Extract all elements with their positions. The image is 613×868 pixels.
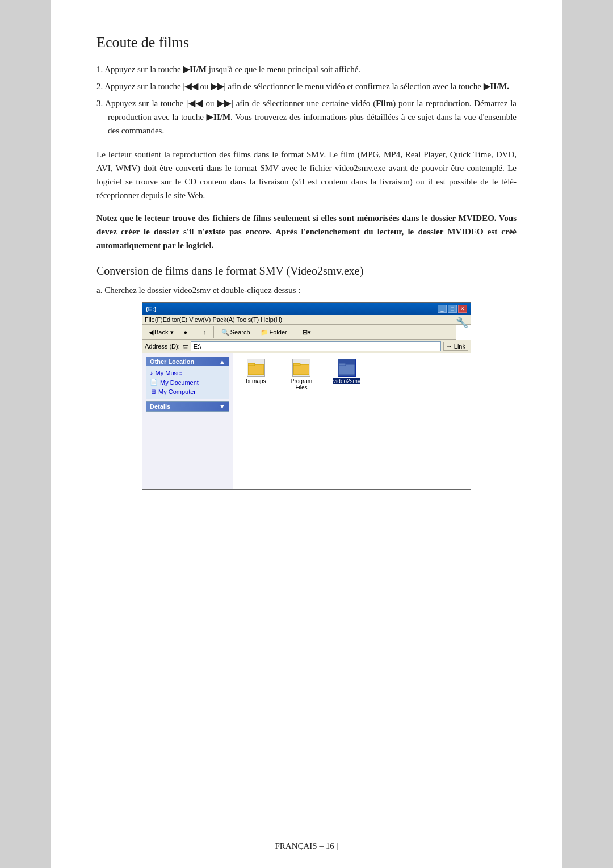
file-label-video2smv: video2smv bbox=[333, 378, 360, 384]
my-computer-label: My Computer bbox=[158, 388, 196, 395]
back-button[interactable]: ◀ Back ▾ bbox=[145, 327, 178, 338]
paragraph2-bold: Notez que le lecteur trouve des fichiers… bbox=[96, 211, 517, 252]
folder-svg-program-files bbox=[293, 361, 309, 375]
explorer-sidebar: Other Location ▲ ♪ My Music 📄 My Documen… bbox=[142, 353, 233, 489]
svg-rect-4 bbox=[339, 364, 355, 375]
computer-icon: 🖥 bbox=[150, 388, 156, 395]
my-document-label: My Document bbox=[160, 379, 199, 386]
other-location-toggle-icon[interactable]: ▲ bbox=[219, 358, 225, 365]
details-label: Details bbox=[150, 403, 170, 410]
address-drive-icon: 🖴 bbox=[182, 343, 188, 350]
toolbar-sep1 bbox=[195, 326, 195, 338]
folder-img-program-files bbox=[292, 359, 310, 377]
go-label: Link bbox=[454, 343, 465, 350]
folder-icon: 📁 bbox=[261, 329, 268, 336]
list-item-3: 3. Appuyez sur la touche |◀◀ ou ▶▶| afin… bbox=[96, 97, 517, 137]
views-button[interactable]: ⊞▾ bbox=[299, 327, 315, 338]
list-item-3-text: 3. Appuyez sur la touche |◀◀ ou ▶▶| afin… bbox=[96, 99, 517, 135]
list-item-1-text: 1. Appuyez sur la touche ▶II/M jusqu'à c… bbox=[96, 65, 360, 74]
back-icon: ◀ bbox=[149, 329, 153, 336]
svg-rect-2 bbox=[293, 364, 309, 375]
up-icon: ↑ bbox=[203, 329, 206, 336]
svg-rect-1 bbox=[248, 363, 255, 366]
address-bar: Address (D): 🖴 → Link bbox=[142, 340, 471, 353]
explorer-body: Other Location ▲ ♪ My Music 📄 My Documen… bbox=[142, 353, 471, 489]
search-button[interactable]: 🔍 Search bbox=[217, 327, 254, 338]
forward-icon: ● bbox=[184, 329, 188, 336]
address-go-button[interactable]: → Link bbox=[443, 342, 468, 351]
explorer-titlebar: (E:) _ □ ✕ bbox=[142, 303, 471, 315]
address-input[interactable] bbox=[191, 341, 441, 351]
folder-img-video2smv bbox=[338, 359, 356, 377]
title-buttons: _ □ ✕ bbox=[438, 305, 467, 313]
svg-rect-5 bbox=[339, 363, 346, 366]
page: Ecoute de films 1. Appuyez sur la touche… bbox=[51, 0, 562, 868]
search-label: Search bbox=[230, 329, 250, 336]
list-item-2: 2. Appuyez sur la touche |◀◀ ou ▶▶| afin… bbox=[96, 79, 517, 93]
other-location-label: Other Location bbox=[150, 358, 194, 365]
file-icon-bitmaps[interactable]: bitmaps bbox=[239, 359, 273, 384]
section1-title: Ecoute de films bbox=[96, 34, 517, 51]
address-label: Address (D): bbox=[145, 343, 180, 350]
sidebar-item-my-computer[interactable]: 🖥 My Computer bbox=[150, 387, 225, 396]
list-item-2-text: 2. Appuyez sur la touche |◀◀ ou ▶▶| afin… bbox=[96, 82, 509, 91]
my-music-label: My Music bbox=[156, 370, 182, 376]
folder-svg-bitmaps bbox=[248, 361, 264, 375]
step-a-label: a. Cherchez le dossier video2smv et doub… bbox=[96, 286, 517, 295]
folder-label: Folder bbox=[270, 329, 287, 336]
list-item-1: 1. Appuyez sur la touche ▶II/M jusqu'à c… bbox=[96, 62, 517, 76]
minimize-button[interactable]: _ bbox=[438, 305, 447, 313]
file-icon-program-files[interactable]: Program Files bbox=[284, 359, 318, 391]
folder-button[interactable]: 📁 Folder bbox=[257, 327, 291, 338]
sidebar-details-header: Details ▼ bbox=[146, 402, 229, 411]
sidebar-item-my-document[interactable]: 📄 My Document bbox=[150, 378, 225, 387]
sidebar-item-my-music[interactable]: ♪ My Music bbox=[150, 368, 225, 378]
close-button[interactable]: ✕ bbox=[458, 305, 467, 313]
music-icon: ♪ bbox=[150, 370, 153, 376]
file-icon-video2smv[interactable]: video2smv bbox=[330, 359, 364, 384]
file-label-bitmaps: bitmaps bbox=[246, 378, 266, 384]
explorer-main-area: bitmaps Program Files bbox=[233, 353, 471, 489]
restore-button[interactable]: □ bbox=[448, 305, 457, 313]
menubar-text: File(F)Editor(E) View(V) Pack(A) Tools(T… bbox=[145, 316, 282, 323]
explorer-window: (E:) _ □ ✕ File(F)Editor(E) View(V) Pack… bbox=[142, 302, 471, 490]
back-label: Back ▾ bbox=[154, 329, 174, 336]
sidebar-other-location-header: Other Location ▲ bbox=[146, 357, 229, 366]
sidebar-other-location-section: Other Location ▲ ♪ My Music 📄 My Documen… bbox=[146, 357, 229, 399]
forward-button[interactable]: ● bbox=[180, 327, 192, 337]
up-button[interactable]: ↑ bbox=[199, 327, 210, 337]
details-toggle-icon[interactable]: ▼ bbox=[219, 403, 225, 410]
file-label-program-files: Program Files bbox=[284, 378, 318, 391]
numbered-list: 1. Appuyez sur la touche ▶II/M jusqu'à c… bbox=[96, 62, 517, 137]
paragraph1: Le lecteur soutient la reproduction des … bbox=[96, 148, 517, 202]
sidebar-details-section: Details ▼ bbox=[146, 401, 229, 412]
toolbar-sep3 bbox=[295, 326, 295, 338]
folder-svg-video2smv bbox=[339, 361, 355, 375]
help-icon: 🔧 bbox=[456, 316, 468, 329]
toolbar-sep2 bbox=[213, 326, 214, 338]
explorer-toolbar: ◀ Back ▾ ● ↑ 🔍 Search 📁 Folder ⊞▾ bbox=[142, 325, 456, 340]
search-icon: 🔍 bbox=[221, 329, 229, 336]
go-icon: → bbox=[446, 343, 452, 350]
folder-img-bitmaps bbox=[247, 359, 265, 377]
sidebar-section-content: ♪ My Music 📄 My Document 🖥 My Computer bbox=[146, 366, 229, 399]
document-icon: 📄 bbox=[150, 379, 158, 386]
svg-rect-0 bbox=[248, 364, 264, 375]
explorer-title: (E:) bbox=[146, 305, 156, 312]
section2-title: Conversion de films dans le format SMV (… bbox=[96, 265, 517, 278]
svg-rect-3 bbox=[293, 363, 300, 366]
views-label: ⊞▾ bbox=[303, 329, 311, 336]
page-footer: FRANÇAIS – 16 | bbox=[51, 841, 562, 851]
explorer-menubar: File(F)Editor(E) View(V) Pack(A) Tools(T… bbox=[142, 315, 471, 325]
